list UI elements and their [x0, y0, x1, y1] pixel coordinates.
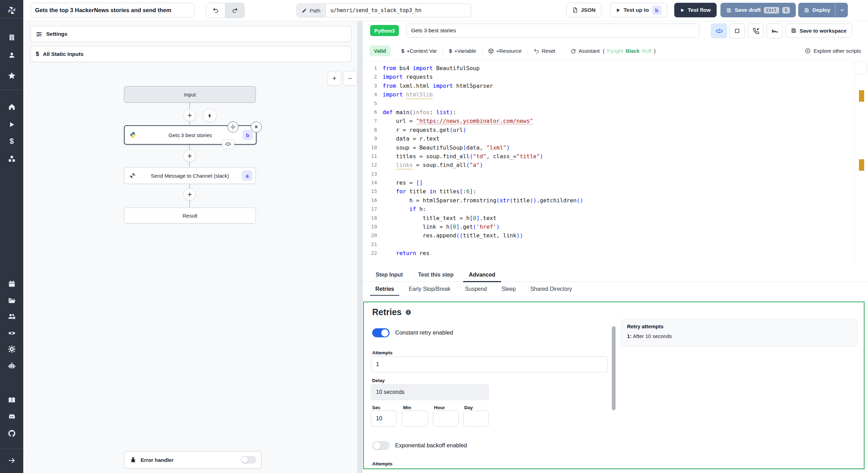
test-up-to-button[interactable]: Test up to b [610, 3, 667, 17]
save-draft-button[interactable]: Save draft Ctrl S [720, 3, 796, 17]
code-line[interactable]: 20 res.append((title_text, link)) [362, 231, 868, 240]
workspace-icon[interactable] [0, 30, 23, 45]
code-line[interactable]: 14 res = [] [362, 178, 868, 187]
flow-node-input[interactable]: Input [124, 86, 256, 103]
error-handler-node[interactable]: Error handler [124, 451, 261, 468]
tab-advanced[interactable]: Advanced [461, 268, 503, 282]
add-context-var-button[interactable]: $ +Context Var [395, 46, 443, 56]
trigger-bolt-button[interactable] [203, 109, 217, 123]
info-icon[interactable] [405, 309, 411, 315]
groups-icon[interactable] [0, 309, 23, 324]
code-line[interactable]: 3from lxml.html import html5parser [362, 82, 868, 90]
expand-sidebar-arrow-icon[interactable] [0, 453, 23, 468]
home-icon[interactable] [0, 99, 23, 115]
variables-dollar-icon[interactable]: $ [0, 134, 23, 149]
step-name-input[interactable] [406, 24, 700, 37]
code-line[interactable]: 13 [362, 170, 868, 178]
line-number: 17 [362, 205, 377, 213]
add-step-button[interactable] [183, 109, 196, 121]
retries-scrollbar[interactable] [612, 326, 616, 410]
code-line[interactable]: 2import requests [362, 73, 868, 81]
code-line[interactable]: 15 for title in titles[:6]: [362, 187, 868, 196]
assistant-button[interactable]: Assistant (Pyright Black Ruff) [565, 46, 661, 56]
early-stop-button[interactable] [729, 24, 745, 38]
suspend-phone-button[interactable] [748, 24, 764, 38]
tab-test-this-step[interactable]: Test this step [410, 268, 461, 282]
subtab-early-stop[interactable]: Early Stop/Break [401, 282, 458, 296]
resources-cubes-icon[interactable] [0, 151, 23, 167]
code-line[interactable]: 17 if h: [362, 205, 868, 213]
zoom-in-button[interactable]: + [327, 71, 341, 86]
add-variable-button[interactable]: $ +Variable [443, 46, 482, 56]
day-input[interactable] [463, 411, 489, 426]
add-step-button[interactable] [183, 150, 196, 162]
deploy-button[interactable]: Deploy [798, 3, 848, 17]
code-line[interactable]: 22 return res [362, 249, 868, 257]
code-line[interactable]: 6def main(infos: list): [362, 108, 868, 117]
code-line[interactable]: 19 link = h[0].get('href') [362, 222, 868, 231]
folders-icon[interactable] [0, 293, 23, 308]
zoom-out-button[interactable]: − [343, 71, 357, 86]
code-editor[interactable]: 1from bs4 import BeautifulSoup2import re… [362, 62, 868, 267]
flow-node-result[interactable]: Result [124, 208, 256, 223]
discord-icon[interactable] [0, 409, 23, 424]
audit-logs-eye-icon[interactable] [0, 326, 23, 341]
sec-input[interactable] [371, 411, 397, 426]
path-field[interactable]: Path u/henri/send_to_slack_top3_hn [297, 3, 471, 17]
editor-overview-ruler[interactable] [854, 62, 868, 267]
add-resource-button[interactable]: +Resource [482, 46, 527, 56]
deploy-dropdown-button[interactable] [835, 3, 845, 17]
path-value[interactable]: u/henri/send_to_slack_top3_hn [326, 4, 471, 17]
code-line[interactable]: 5 [362, 99, 868, 108]
flow-settings-bar[interactable]: Settings [31, 26, 351, 42]
code-line[interactable]: 12 links = soup.find_all("a") [362, 161, 868, 169]
subtab-retries[interactable]: Retries [368, 282, 401, 296]
user-icon[interactable] [0, 48, 23, 63]
move-step-button[interactable] [227, 121, 239, 133]
workers-robot-icon[interactable] [0, 358, 23, 373]
favorites-star-icon[interactable] [0, 68, 23, 83]
step-retry-indicator-button[interactable] [222, 139, 234, 149]
schedules-calendar-icon[interactable] [0, 276, 23, 292]
attempts-input[interactable] [371, 356, 608, 372]
delete-step-button[interactable]: × [251, 121, 262, 133]
error-handler-toggle[interactable] [241, 456, 256, 464]
github-icon[interactable] [0, 426, 23, 441]
reset-button[interactable]: Reset [528, 46, 561, 56]
docs-book-icon[interactable] [0, 392, 23, 408]
code-line[interactable]: 7 url = "https://news.ycombinator.com/ne… [362, 117, 868, 125]
exponential-backoff-toggle[interactable] [372, 441, 390, 450]
code-line[interactable]: 10 soup = BeautifulSoup(data, "lxml") [362, 143, 868, 152]
explore-other-scripts-button[interactable]: Explore other scripts [805, 48, 861, 54]
panel-resize-handle[interactable] [358, 21, 362, 473]
constant-retry-toggle[interactable] [372, 328, 390, 337]
add-step-button[interactable] [183, 188, 196, 201]
code-line[interactable]: 16 h = html5parser.fromstring(str(title)… [362, 196, 868, 205]
sleep-bed-button[interactable] [767, 24, 783, 38]
code-line[interactable]: 11 titles = soup.find_all("td", class_="… [362, 152, 868, 161]
code-line[interactable]: 18 title_text = h[0].text [362, 214, 868, 222]
code-line[interactable]: 4import html5lib [362, 90, 868, 99]
save-to-workspace-button[interactable]: Save to workspace [785, 24, 852, 37]
undo-button[interactable] [206, 3, 225, 18]
runs-play-icon[interactable] [0, 117, 23, 132]
code-line[interactable]: 8 r = requests.get(url) [362, 126, 868, 134]
subtab-sleep[interactable]: Sleep [494, 282, 523, 296]
min-input[interactable] [402, 411, 428, 426]
settings-gear-icon[interactable] [0, 341, 23, 357]
flow-title-input[interactable] [31, 3, 194, 17]
test-flow-button[interactable]: Test flow [674, 3, 717, 17]
redo-button[interactable] [225, 3, 244, 18]
subtab-shared-directory[interactable]: Shared Directory [523, 282, 579, 296]
code-line[interactable]: 9 data = r.text [362, 134, 868, 143]
code-line[interactable]: 21 [362, 240, 868, 249]
tab-step-input[interactable]: Step Input [368, 268, 410, 282]
flow-node-step-a[interactable]: Send Message to Channel (slack) a [124, 167, 256, 184]
retry-settings-button[interactable] [711, 24, 727, 38]
subtab-suspend[interactable]: Suspend [458, 282, 494, 296]
json-button[interactable]: JSON [566, 3, 601, 17]
all-static-inputs-bar[interactable]: $ All Static Inputs [31, 46, 351, 62]
hour-input[interactable] [433, 411, 459, 426]
windmill-logo-icon[interactable] [0, 3, 23, 18]
code-line[interactable]: 1from bs4 import BeautifulSoup [362, 64, 868, 73]
